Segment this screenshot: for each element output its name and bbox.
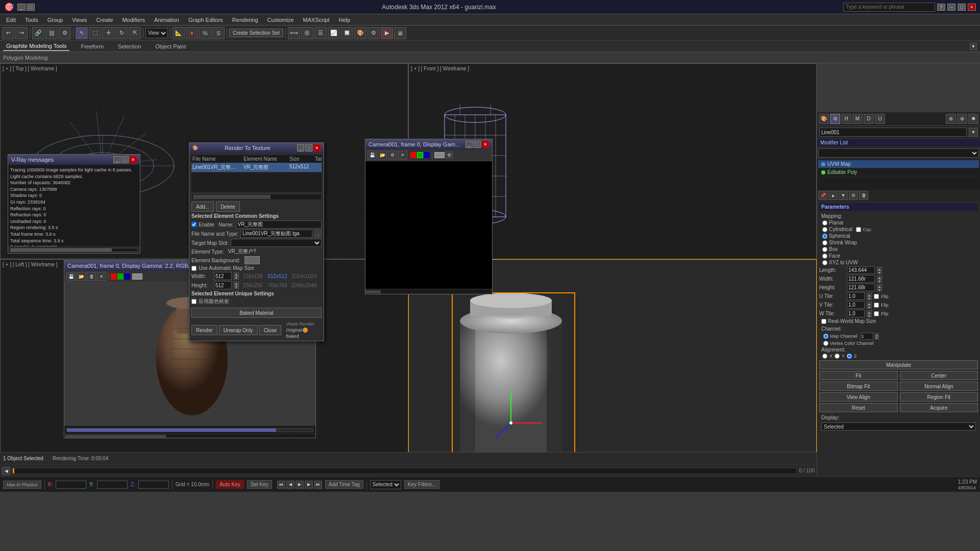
go-start-btn[interactable]: ⏮ <box>277 481 285 489</box>
menu-animation[interactable]: Animation <box>150 16 183 24</box>
mirror-btn[interactable]: ⟺ <box>288 27 300 39</box>
vtile-input[interactable] <box>847 301 865 309</box>
window-min-btn[interactable]: ─ <box>947 4 955 11</box>
real-world-checkbox[interactable] <box>821 319 826 324</box>
browse-btn[interactable]: ... <box>314 230 322 238</box>
acquire-btn[interactable]: Acquire <box>900 403 978 412</box>
set-key-btn[interactable]: Set Key <box>247 480 272 489</box>
menu-help[interactable]: Help <box>335 16 355 24</box>
move-btn[interactable]: ✛ <box>102 27 114 39</box>
rtt-table-row[interactable]: Line001VR_完整... VR_完整图 512x512 <box>191 163 322 172</box>
rtt-scroll-area[interactable] <box>191 194 322 200</box>
cam-settings-btn2[interactable]: ⚙ <box>446 152 453 159</box>
selected-dropdown[interactable]: Selected <box>370 480 401 489</box>
cam2-scroll[interactable] <box>64 434 315 438</box>
x-coord-input[interactable] <box>56 481 86 489</box>
cam2-scroll-thumb[interactable] <box>65 435 166 438</box>
create-selection-set-btn[interactable]: Create Selection Set <box>229 29 283 37</box>
minimize-btn[interactable]: _ <box>17 4 26 11</box>
vfb-btn[interactable]: 🖥 <box>394 27 406 39</box>
rtt-close-btn[interactable]: ✕ <box>313 144 321 152</box>
bitmap-fit-btn[interactable]: Bitmap Fit <box>819 382 898 391</box>
utile-input[interactable] <box>847 292 865 300</box>
cam2-swatch[interactable] <box>132 273 142 280</box>
height-input-param[interactable] <box>847 284 875 291</box>
menu-graph-editors[interactable]: Graph Editors <box>184 16 227 24</box>
scale-btn[interactable]: ⇱ <box>129 27 141 39</box>
z-coord-input[interactable] <box>138 481 169 489</box>
go-end-btn[interactable]: ⏭ <box>314 481 322 489</box>
region-fit-btn[interactable]: Region Fit <box>900 392 978 402</box>
cam-open-btn[interactable]: 📂 <box>378 151 387 160</box>
mod-pin-btn[interactable]: 📌 <box>818 191 827 200</box>
center-btn[interactable]: Center <box>900 371 978 380</box>
map-channel-radio[interactable] <box>823 334 828 339</box>
cam-color-swatch[interactable] <box>434 152 445 158</box>
frp-motion-icon[interactable]: M <box>852 114 863 124</box>
modifier-editable-poly[interactable]: Editable Poly <box>818 168 979 177</box>
radio-cylindrical[interactable]: Cylindrical Cap <box>822 227 978 232</box>
material-btn[interactable]: 🎨 <box>354 27 366 39</box>
layer-btn[interactable]: ☰ <box>314 27 327 39</box>
normal-align-btn[interactable]: Normal Align <box>900 382 978 391</box>
vt-up[interactable]: ▲ <box>867 302 872 305</box>
frp-hierarchy-icon[interactable]: H <box>841 114 851 124</box>
cam2-clear-btn[interactable]: 🗑 <box>87 272 96 281</box>
utile-flip[interactable] <box>874 294 879 299</box>
rotate-btn[interactable]: ↻ <box>115 27 128 39</box>
radio-xyz-uvw[interactable]: XYZ to UVW <box>822 260 978 265</box>
render-btn[interactable]: Render <box>191 325 217 335</box>
view-align-btn[interactable]: View Align <box>819 392 898 402</box>
angle-snap-btn[interactable]: 🔺 <box>186 27 198 39</box>
vray-scrollbar-thumb[interactable] <box>11 248 112 252</box>
reset-btn[interactable]: Reset <box>819 403 898 412</box>
vray-scrollbar[interactable] <box>10 248 138 252</box>
cam-settings-btn[interactable]: ⚙ <box>388 151 397 160</box>
menu-group[interactable]: Group <box>43 16 67 24</box>
view-select[interactable]: View <box>145 28 168 38</box>
y-coord-input[interactable] <box>97 481 128 489</box>
rtt-restore-btn[interactable]: □ <box>305 144 312 152</box>
width-preset-1024[interactable]: 1024x1024 <box>291 273 317 279</box>
width-down-btn[interactable]: ▼ <box>234 276 239 280</box>
height-preset-2048[interactable]: 2048x2048 <box>291 283 317 288</box>
name-dropdown[interactable]: ▼ <box>969 128 978 137</box>
cam1-max-btn[interactable]: □ <box>474 141 481 148</box>
frp-extra-1[interactable]: ⊕ <box>946 114 956 124</box>
menu-maxscript[interactable]: MAXScript <box>299 16 334 24</box>
len-dn[interactable]: ▼ <box>877 270 882 274</box>
length-input[interactable] <box>847 266 875 274</box>
height-up-btn[interactable]: ▲ <box>234 282 239 285</box>
menu-views[interactable]: Views <box>68 16 91 24</box>
cam2-close-btn[interactable]: ✕ <box>97 272 106 281</box>
select-region-btn[interactable]: ⬚ <box>89 27 101 39</box>
spinner-snap-btn[interactable]: S <box>212 27 225 39</box>
rtt-min-btn[interactable]: _ <box>297 144 304 152</box>
play-anim-btn[interactable]: ▶ <box>296 481 304 489</box>
frp-render-icon[interactable]: 🎨 <box>819 114 829 124</box>
menu-create[interactable]: Create <box>92 16 117 24</box>
delete-btn[interactable]: Delete <box>216 202 240 212</box>
add-btn[interactable]: Add... <box>191 202 214 212</box>
menu-customize[interactable]: Customize <box>263 16 298 24</box>
wt-dn[interactable]: ▼ <box>867 314 872 317</box>
frp-extra-2[interactable]: ⊗ <box>957 114 967 124</box>
bind-btn[interactable]: ⚙ <box>59 27 71 39</box>
cam1-close-btn[interactable]: ✕ <box>482 141 489 148</box>
object-name-input[interactable] <box>819 128 967 137</box>
render-setup-btn[interactable]: ⚙ <box>368 27 380 39</box>
cam1-scroll-thumb[interactable] <box>365 290 381 293</box>
frp-extra-3[interactable]: ✱ <box>968 114 978 124</box>
cam1-min-btn[interactable]: _ <box>465 141 473 148</box>
ribbon-arrow-btn[interactable]: ▼ <box>970 43 977 50</box>
ut-dn[interactable]: ▼ <box>867 296 872 300</box>
len-up[interactable]: ▲ <box>877 267 882 270</box>
menu-rendering[interactable]: Rendering <box>228 16 262 24</box>
chan-dn[interactable]: ▼ <box>875 336 879 339</box>
align-z-radio[interactable] <box>847 354 852 359</box>
auto-map-checkbox[interactable] <box>191 266 197 271</box>
radio-box[interactable]: Box <box>822 246 978 252</box>
height-input[interactable] <box>214 281 232 289</box>
cam2-save-btn[interactable]: 💾 <box>66 272 76 281</box>
radio-shrink-wrap[interactable]: Shrink Wrap <box>822 240 978 245</box>
